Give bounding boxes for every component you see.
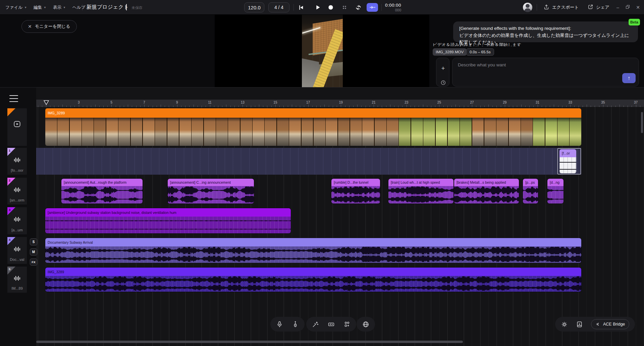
waveform-body bbox=[45, 276, 581, 292]
track-header-video[interactable] bbox=[7, 108, 27, 146]
clip-track-2-1[interactable]: [announcement] Aut...rough the platform bbox=[61, 179, 143, 204]
tempo-box[interactable]: 120.0 bbox=[244, 2, 264, 12]
s-button[interactable]: S bbox=[30, 238, 37, 245]
ace-bridge-button[interactable]: ACE Bridge bbox=[591, 319, 629, 329]
film-frame bbox=[70, 118, 82, 146]
clip-header: [announcement] C...ing announcement bbox=[168, 179, 254, 186]
track-header-track-2[interactable]: 2[an...orm bbox=[7, 178, 27, 205]
send-button[interactable]: ↑ bbox=[622, 73, 636, 83]
track-label: [fo...oor bbox=[7, 168, 27, 172]
clip-track-2-7[interactable]: [d...ng bbox=[547, 179, 564, 204]
track-header-track-1[interactable]: 1[fo...oor bbox=[7, 148, 27, 175]
playhead[interactable] bbox=[44, 100, 49, 105]
clip-track-3-1[interactable]: [ambience] Underground subway station ba… bbox=[45, 208, 291, 233]
waveform-body bbox=[523, 186, 538, 204]
timeline-ruler[interactable]: 35791113151719212325272931333537 bbox=[36, 100, 644, 107]
timeline-menu-button[interactable] bbox=[9, 95, 18, 102]
menu-3[interactable]: 表示▼ bbox=[50, 0, 69, 15]
loop-button[interactable] bbox=[354, 3, 363, 12]
ruler-tick bbox=[181, 106, 181, 107]
clip-track-2-4[interactable]: [train] Loud wh...t at high speed bbox=[388, 179, 453, 204]
minimize-button[interactable]: – bbox=[615, 5, 621, 10]
selected-track-highlight bbox=[36, 148, 581, 175]
ruler-tick bbox=[87, 106, 87, 107]
ruler-tick bbox=[353, 106, 354, 107]
record-button[interactable] bbox=[326, 3, 335, 12]
ruler-tick bbox=[329, 106, 329, 107]
clip-track-2-3[interactable]: [rumble] D...the tunnel bbox=[331, 179, 380, 204]
clip-video-1[interactable]: IMG_3289 bbox=[45, 108, 581, 146]
waveform-body bbox=[61, 186, 143, 204]
ruler-tick bbox=[251, 106, 251, 107]
metronome-grid-icon[interactable] bbox=[340, 3, 349, 12]
export-label: エクスポート bbox=[552, 4, 579, 10]
close-monitor-button[interactable]: ✕ モニターを閉じる bbox=[21, 20, 77, 33]
clip-track-2-2[interactable]: [announcement] C...ing announcement bbox=[168, 179, 254, 204]
ruler-tick bbox=[292, 105, 292, 107]
ruler-tick bbox=[153, 106, 153, 107]
time-range-chip[interactable]: 0.0s – 65.5s bbox=[466, 48, 494, 56]
ruler-number: 15 bbox=[273, 101, 277, 104]
globe-icon[interactable] bbox=[362, 321, 369, 328]
film-frame bbox=[106, 118, 118, 146]
ruler-tick bbox=[460, 106, 460, 107]
add-attachment-button[interactable]: + bbox=[436, 63, 450, 73]
track-header-track-4[interactable]: 4Doc...val bbox=[7, 237, 27, 264]
add-shapes-icon[interactable] bbox=[343, 321, 351, 328]
chat-input[interactable] bbox=[452, 58, 620, 71]
history-clock-button[interactable] bbox=[436, 77, 450, 88]
clip-track-1-1[interactable]: [f...or bbox=[559, 149, 576, 173]
clip-track-5-1[interactable]: IMG_3289 bbox=[45, 268, 581, 292]
tutorial-icon[interactable] bbox=[576, 321, 583, 328]
menu-label: 編集 bbox=[34, 5, 42, 10]
menu-1[interactable]: ファイル▼ bbox=[2, 0, 30, 15]
ruler-tick bbox=[304, 106, 304, 107]
track-color-corner bbox=[7, 108, 15, 116]
avatar[interactable] bbox=[523, 3, 532, 12]
violin-icon[interactable] bbox=[292, 321, 299, 328]
export-button[interactable]: エクスポート bbox=[543, 0, 579, 15]
microphone-icon[interactable] bbox=[276, 321, 283, 328]
horizontal-scrollbar[interactable] bbox=[36, 341, 463, 343]
menu-2[interactable]: 編集▼ bbox=[30, 0, 50, 15]
maximize-button[interactable] bbox=[625, 5, 631, 10]
video-clip-icon[interactable] bbox=[328, 321, 335, 328]
clip-track-2-6[interactable]: [p...ps bbox=[523, 179, 538, 204]
track-header-track-5[interactable]: 5IM...89 bbox=[7, 267, 27, 293]
skip-to-start-button[interactable] bbox=[296, 3, 306, 12]
film-frame bbox=[533, 118, 545, 146]
ruler-tick bbox=[38, 106, 38, 107]
ruler-tick bbox=[271, 106, 272, 107]
m-button[interactable]: M bbox=[30, 248, 37, 255]
menu-label: ヘルプ bbox=[72, 5, 85, 10]
time-signature-box[interactable]: 4 / 4 bbox=[268, 2, 289, 12]
clip-track-4-1[interactable]: Documentary Subway Arrival bbox=[45, 238, 581, 263]
clip-label: [f...or bbox=[562, 151, 570, 155]
ruler-tick bbox=[42, 106, 42, 107]
attachment-chip[interactable]: IMG_3289.MOV bbox=[433, 48, 467, 56]
ruler-tick bbox=[472, 105, 472, 107]
fx-button[interactable]: FX bbox=[30, 258, 37, 266]
film-frame bbox=[362, 118, 374, 146]
ruler-tick bbox=[378, 106, 378, 107]
ruler-tick bbox=[189, 106, 190, 107]
vertical-scrollbar[interactable] bbox=[641, 112, 643, 133]
ruler-number: 29 bbox=[503, 101, 506, 104]
film-frame bbox=[277, 118, 289, 146]
ruler-tick bbox=[169, 106, 169, 107]
clip-track-2-5[interactable]: [brakes] Metall...s being applied bbox=[454, 179, 519, 204]
waveform-body bbox=[168, 186, 254, 204]
project-title[interactable]: 新規プロジェクト bbox=[87, 4, 129, 11]
share-button[interactable]: シェア bbox=[588, 0, 609, 15]
close-button[interactable]: ✕ bbox=[635, 5, 641, 10]
ruler-tick bbox=[603, 105, 603, 107]
magic-wand-icon[interactable] bbox=[312, 321, 319, 328]
gear-icon[interactable] bbox=[561, 321, 568, 328]
film-frame bbox=[570, 118, 581, 146]
auto-follow-button[interactable] bbox=[367, 3, 378, 12]
ruler-tick bbox=[476, 106, 476, 107]
ruler-tick bbox=[194, 105, 194, 107]
play-button[interactable] bbox=[313, 3, 322, 12]
track-header-track-3[interactable]: 3[a...um bbox=[7, 207, 27, 234]
divider bbox=[293, 4, 294, 11]
